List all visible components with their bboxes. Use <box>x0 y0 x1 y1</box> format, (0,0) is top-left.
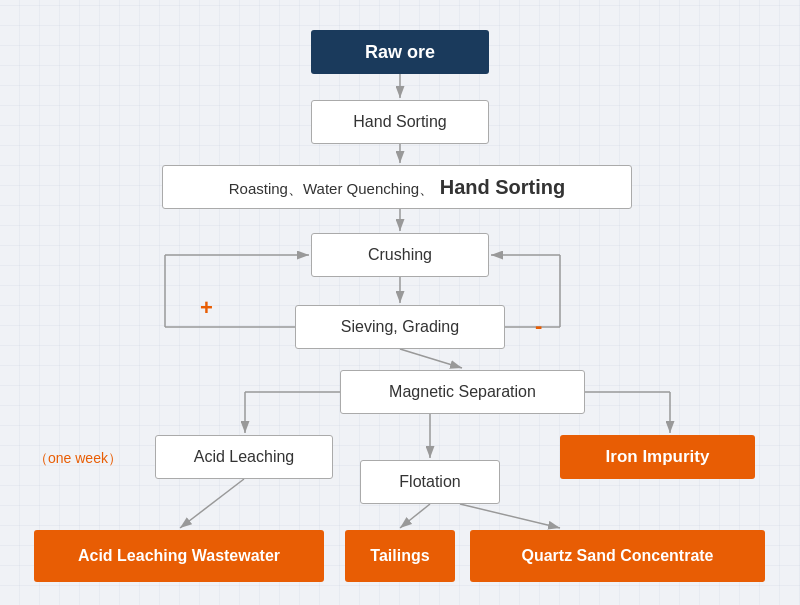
acid-leaching-label: Acid Leaching <box>194 448 295 466</box>
roasting-label: Roasting、Water Quenching、 Hand Sorting <box>229 176 565 199</box>
svg-line-12 <box>400 504 430 528</box>
hand-sorting-box: Hand Sorting <box>311 100 489 144</box>
crushing-box: Crushing <box>311 233 489 277</box>
arrows-svg <box>0 0 800 605</box>
iron-impurity-label: Iron Impurity <box>606 447 710 467</box>
iron-impurity-box: Iron Impurity <box>560 435 755 479</box>
tailings-box: Tailings <box>345 530 455 582</box>
crushing-label: Crushing <box>368 246 432 264</box>
tailings-label: Tailings <box>370 547 429 565</box>
magnetic-label: Magnetic Separation <box>389 383 536 401</box>
flotation-label: Flotation <box>399 473 460 491</box>
flowchart: Raw ore Hand Sorting Roasting、Water Quen… <box>0 0 800 605</box>
hand-sorting-label: Hand Sorting <box>353 113 446 131</box>
magnetic-box: Magnetic Separation <box>340 370 585 414</box>
acid-waste-box: Acid Leaching Wastewater <box>34 530 324 582</box>
acid-leaching-box: Acid Leaching <box>155 435 333 479</box>
raw-ore-label: Raw ore <box>365 42 435 63</box>
svg-line-13 <box>460 504 560 528</box>
quartz-label: Quartz Sand Concentrate <box>521 547 713 565</box>
minus-label: - <box>535 313 542 339</box>
flotation-box: Flotation <box>360 460 500 504</box>
roasting-box: Roasting、Water Quenching、 Hand Sorting <box>162 165 632 209</box>
plus-label: + <box>200 295 213 321</box>
one-week-label: （one week） <box>34 450 122 468</box>
svg-line-5 <box>400 349 462 368</box>
quartz-box: Quartz Sand Concentrate <box>470 530 765 582</box>
svg-line-11 <box>180 479 244 528</box>
raw-ore-box: Raw ore <box>311 30 489 74</box>
sieving-label: Sieving, Grading <box>341 318 459 336</box>
acid-waste-label: Acid Leaching Wastewater <box>78 547 280 565</box>
sieving-box: Sieving, Grading <box>295 305 505 349</box>
